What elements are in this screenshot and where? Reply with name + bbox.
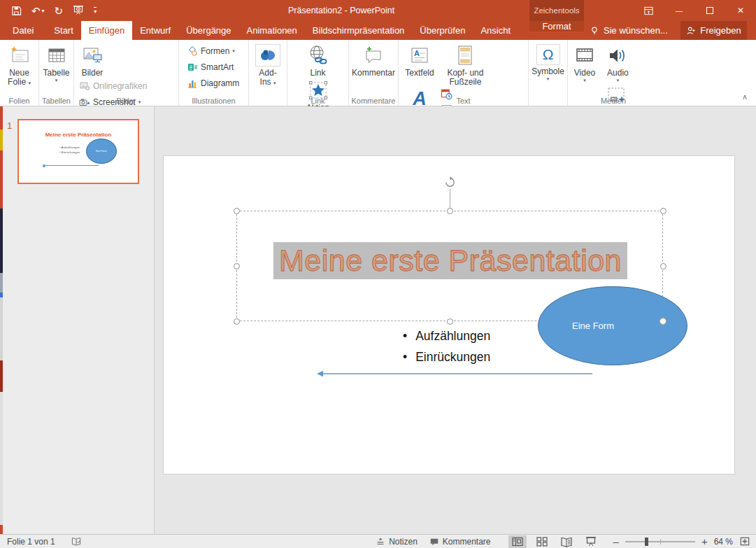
dropdown-caret-icon: ▾ — [273, 80, 276, 85]
dropdown-caret-icon: ▾ — [583, 78, 586, 83]
group-label-kommentare: Kommentare — [349, 97, 398, 105]
window-title: Präsentation2 - PowerPoint — [288, 0, 394, 21]
shapes-button[interactable]: Formen ▾ — [185, 43, 241, 58]
bullet-item[interactable]: • Einrückungen — [403, 346, 490, 367]
textbox-icon: A — [408, 44, 431, 66]
save-icon[interactable] — [11, 6, 22, 16]
new-slide-button[interactable]: Neue Folie ▾ — [0, 43, 38, 87]
selection-handle-top-mid[interactable] — [447, 208, 453, 214]
slide-canvas[interactable]: Meine erste Präsentation Eine Form • Auf… — [163, 155, 735, 475]
selection-handle-top-right[interactable] — [660, 208, 666, 214]
header-footer-button[interactable]: Kopf- und Fußzeile — [441, 43, 490, 87]
maximize-button[interactable] — [694, 0, 725, 21]
zoom-level[interactable]: 64 % — [714, 537, 733, 547]
link-icon — [307, 44, 329, 66]
comments-toggle[interactable]: Kommentare — [429, 537, 491, 547]
slide-thumbnail[interactable]: Meine erste Präsentation • Aufzählungen … — [17, 119, 139, 184]
group-label-folien: Folien — [0, 97, 38, 105]
close-button[interactable]: ✕ — [725, 0, 756, 21]
shape-ellipse[interactable]: Eine Form — [538, 286, 687, 365]
comments-icon — [429, 537, 439, 547]
pictures-icon — [81, 44, 104, 66]
selection-handle-mid-left[interactable] — [234, 263, 240, 269]
table-button[interactable]: Tabelle ▾ — [39, 43, 73, 83]
shape-text[interactable]: Eine Form — [572, 321, 614, 331]
tell-me-box[interactable]: Sie wünschen... — [590, 21, 668, 40]
tab-einfuegen[interactable]: Einfügen — [81, 21, 132, 40]
bullet-list[interactable]: • Aufzählungen • Einrückungen — [403, 325, 490, 367]
chart-button[interactable]: Diagramm — [185, 76, 241, 90]
view-normal-button[interactable] — [508, 535, 527, 548]
dropdown-caret-icon: ▾ — [547, 76, 550, 82]
view-reading-button[interactable] — [557, 535, 576, 548]
pictures-button[interactable]: Bilder — [77, 43, 108, 78]
fit-slide-to-window-icon[interactable] — [739, 536, 750, 547]
zoom-slider[interactable] — [625, 541, 695, 542]
ribbon-group-symbole: Ω Symbole ▾ — [529, 40, 568, 106]
view-slideshow-button[interactable] — [582, 535, 600, 548]
bullet-text[interactable]: Einrückungen — [415, 346, 490, 367]
undo-icon[interactable]: ↶ — [31, 6, 41, 16]
comment-button[interactable]: Kommentar — [349, 43, 398, 78]
audio-button[interactable]: Audio ▾ — [603, 43, 632, 83]
ribbon-group-kommentare: Kommentar Kommentare — [349, 40, 399, 106]
dropdown-caret-icon: ▾ — [232, 48, 235, 54]
zoom-slider-handle[interactable] — [645, 538, 648, 546]
tab-ueberpruefen[interactable]: Überprüfen — [412, 21, 473, 40]
smartart-label: SmartArt — [201, 62, 234, 72]
group-label-illustrationen: Illustrationen — [179, 97, 248, 105]
arrow-line-shape[interactable] — [315, 369, 595, 379]
tab-datei[interactable]: Datei — [0, 21, 46, 40]
thumbnail-bullets: • Aufzählungen • Einrückungen — [59, 146, 80, 154]
chart-icon — [187, 78, 198, 89]
ribbon-group-folien: Neue Folie ▾ Folien — [0, 40, 39, 106]
selection-handle-bottom-left[interactable] — [234, 318, 240, 325]
share-button[interactable]: Freigeben — [680, 21, 747, 40]
tab-format-contextual[interactable]: Format — [529, 21, 584, 31]
link-button[interactable]: Link — [304, 43, 332, 78]
collapse-ribbon-icon[interactable]: ∧ — [742, 92, 748, 101]
tab-bildschirmpraesentation[interactable]: Bildschirmpräsentation — [305, 21, 413, 40]
new-slide-icon — [8, 44, 31, 66]
slide-title-textbox[interactable]: Meine erste Präsentation — [273, 242, 627, 279]
tab-ansicht[interactable]: Ansicht — [473, 21, 518, 40]
chart-label: Diagramm — [201, 78, 239, 88]
background-window-edge — [0, 106, 3, 534]
textbox-button[interactable]: A Textfeld — [401, 43, 438, 78]
selection-handle-mid-right[interactable] — [660, 263, 666, 269]
view-slide-sorter-button[interactable] — [533, 535, 551, 548]
powerpoint-window: ↶ ▾ ↻ ▾ Präsentation2 - PowerPoint Zeich… — [0, 0, 756, 548]
header-footer-label: Kopf- und Fußzeile — [441, 69, 490, 87]
video-button[interactable]: Video ▾ — [569, 43, 600, 83]
smartart-button[interactable]: SmartArt — [185, 59, 241, 74]
ribbon-display-options-icon[interactable] — [633, 0, 664, 21]
bullet-item[interactable]: • Aufzählungen — [403, 325, 490, 346]
slide-counter[interactable]: Folie 1 von 1 — [7, 537, 55, 547]
tab-animationen[interactable]: Animationen — [239, 21, 305, 40]
omega-symbol-icon: Ω — [536, 44, 560, 65]
undo-dropdown-caret[interactable]: ▾ — [42, 8, 45, 14]
symbols-button[interactable]: Ω Symbole ▾ — [529, 43, 567, 82]
tab-start[interactable]: Start — [46, 21, 80, 40]
tab-entwurf[interactable]: Entwurf — [132, 21, 178, 40]
zoom-out-button[interactable]: – — [613, 535, 619, 547]
spellcheck-icon[interactable] — [71, 536, 82, 547]
tab-uebergaenge[interactable]: Übergänge — [178, 21, 238, 40]
redo-icon[interactable]: ↻ — [55, 6, 64, 16]
zoom-slider-tick — [660, 539, 661, 545]
customize-qat-icon[interactable]: ▾ — [94, 7, 97, 15]
rotation-handle-icon[interactable] — [444, 176, 456, 188]
selection-handle-bottom-mid[interactable] — [447, 318, 453, 325]
selection-handle-bottom-right[interactable] — [659, 318, 666, 325]
addins-button[interactable]: Add-Ins ▾ — [249, 43, 287, 87]
bullet-text[interactable]: Aufzählungen — [415, 325, 490, 346]
notes-toggle[interactable]: Notizen — [376, 537, 418, 547]
table-label: Tabelle — [43, 69, 69, 78]
slide-title-text[interactable]: Meine erste Präsentation — [279, 244, 622, 278]
start-slideshow-icon[interactable] — [73, 5, 84, 16]
ribbon-tabs: Datei Start Einfügen Entwurf Übergänge A… — [0, 21, 518, 40]
minimize-button[interactable]: — — [664, 0, 694, 21]
zoom-in-button[interactable]: + — [701, 535, 708, 547]
selection-handle-top-left[interactable] — [234, 208, 240, 214]
title-bar: ↶ ▾ ↻ ▾ Präsentation2 - PowerPoint Zeich… — [0, 0, 756, 21]
